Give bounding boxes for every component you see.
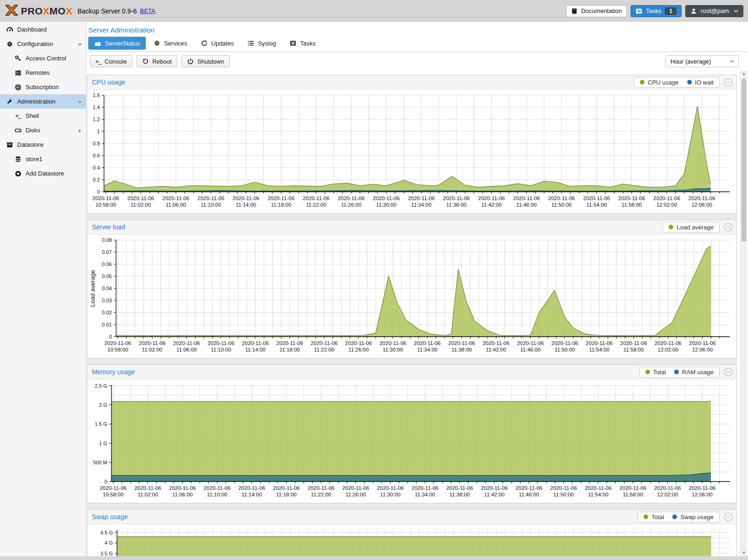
tab-updates[interactable]: Updates: [195, 37, 240, 50]
svg-text:2020-11-06: 2020-11-06: [517, 340, 544, 346]
svg-text:11:14:00: 11:14:00: [236, 202, 256, 208]
svg-text:11:10:00: 11:10:00: [211, 347, 231, 352]
shutdown-button[interactable]: Shutdown: [182, 55, 230, 67]
svg-text:2020-11-06: 2020-11-06: [204, 485, 231, 491]
rows-icon: [13, 70, 23, 76]
svg-text:2020-11-06: 2020-11-06: [548, 195, 575, 201]
sidebar-item-configuration[interactable]: Configuration: [0, 37, 86, 51]
sidebar-item-disks[interactable]: Disks: [0, 123, 86, 137]
sidebar-item-datastore[interactable]: Datastore: [0, 137, 86, 152]
legend-item-load-average[interactable]: Load average: [669, 224, 714, 231]
user-menu-button[interactable]: root@pam: [685, 5, 743, 17]
reboot-button[interactable]: Reboot: [137, 55, 177, 67]
collapse-panel-icon[interactable]: [724, 223, 733, 232]
svg-text:2020-11-06: 2020-11-06: [619, 485, 646, 491]
sidebar-item-shell[interactable]: >_Shell: [0, 109, 86, 123]
tab-syslog[interactable]: Syslog: [241, 37, 282, 50]
svg-text:2020-11-06: 2020-11-06: [303, 195, 330, 201]
tab-label: Updates: [211, 40, 234, 47]
status-toolbar: >_ Console Reboot Shutdown Hour (average…: [87, 52, 748, 71]
svg-text:1.5 G: 1.5 G: [95, 421, 107, 427]
sidebar-item-access-control[interactable]: Access Control: [0, 51, 86, 65]
legend-dot: [674, 370, 679, 374]
svg-text:2020-11-06: 2020-11-06: [311, 340, 338, 346]
legend-item-io-wait[interactable]: IO wait: [687, 79, 714, 86]
svg-text:2 G: 2 G: [99, 402, 107, 408]
panel-title: CPU usage: [92, 78, 634, 86]
svg-text:2020-11-06: 2020-11-06: [478, 195, 505, 201]
svg-text:2020-11-06: 2020-11-06: [411, 485, 438, 491]
main-content: Server Administration ServerStatusServic…: [87, 22, 748, 556]
svg-text:12:02:00: 12:02:00: [657, 347, 678, 352]
user-icon: [690, 8, 697, 14]
svg-text:11:18:00: 11:18:00: [271, 202, 291, 208]
svg-text:11:18:00: 11:18:00: [280, 347, 300, 352]
tab-serverstatus[interactable]: ServerStatus: [88, 37, 146, 50]
svg-text:12:06:00: 12:06:00: [692, 347, 713, 352]
sidebar-item-store1[interactable]: store1: [0, 152, 86, 166]
svg-text:0: 0: [109, 334, 112, 339]
sidebar-item-subscription[interactable]: Subscription: [0, 80, 86, 94]
sidebar-item-label: Subscription: [26, 84, 59, 91]
tab-tasks[interactable]: Tasks: [284, 37, 321, 50]
vertical-scrollbar[interactable]: ▲ ▼: [740, 71, 747, 556]
caret-right-icon[interactable]: [78, 128, 82, 135]
proxmox-logo: PROXMOX: [5, 4, 72, 18]
legend-item-total[interactable]: Total: [644, 514, 664, 521]
svg-text:2020-11-06: 2020-11-06: [618, 195, 645, 201]
tasks-button[interactable]: Tasks 1: [631, 5, 682, 17]
chartarea-icon: [94, 40, 101, 47]
documentation-button[interactable]: Documentation: [566, 5, 627, 17]
svg-text:2020-11-06: 2020-11-06: [134, 485, 161, 491]
svg-text:2020-11-06: 2020-11-06: [550, 485, 577, 491]
svg-text:1.4: 1.4: [93, 104, 100, 110]
scroll-down-arrow[interactable]: ▼: [741, 550, 747, 556]
proxmox-backup-app: PROXMOX Backup Server 0.9-6 BETA Documen…: [0, 0, 748, 560]
svg-text:0.01: 0.01: [102, 322, 112, 327]
caret-down-icon[interactable]: [78, 99, 82, 106]
console-label: Console: [104, 58, 127, 65]
svg-text:11:22:00: 11:22:00: [314, 347, 334, 352]
svg-text:0.03: 0.03: [102, 298, 112, 303]
scroll-up-arrow[interactable]: ▲: [741, 71, 747, 77]
panel-header-memory-usage: Memory usageTotalRAM usage: [87, 365, 736, 379]
svg-text:12:02:00: 12:02:00: [657, 492, 678, 497]
svg-text:0.05: 0.05: [102, 273, 112, 279]
svg-text:2020-11-06: 2020-11-06: [414, 340, 441, 346]
svg-text:4.5 G: 4.5 G: [100, 530, 113, 535]
legend-item-ram-usage[interactable]: RAM usage: [674, 369, 714, 376]
legend-label: Total: [651, 514, 664, 521]
collapse-panel-icon[interactable]: [724, 513, 733, 521]
sidebar-item-remotes[interactable]: Remotes: [0, 65, 86, 80]
svg-text:2020-11-06: 2020-11-06: [443, 195, 470, 201]
svg-text:11:42:00: 11:42:00: [486, 347, 506, 352]
legend-dot: [644, 514, 648, 519]
caret-down-icon[interactable]: [78, 41, 82, 48]
legend-label: CPU usage: [648, 79, 678, 86]
collapse-panel-icon[interactable]: [724, 368, 733, 377]
beta-link[interactable]: BETA: [140, 7, 156, 14]
legend-item-total[interactable]: Total: [645, 369, 666, 376]
charts-container: CPU usageCPU usageIO wait1.61.41.210.80.…: [87, 75, 737, 556]
tab-services[interactable]: Services: [148, 37, 193, 50]
console-button[interactable]: >_ Console: [90, 55, 132, 67]
legend-item-cpu-usage[interactable]: CPU usage: [640, 79, 678, 86]
svg-text:11:34:00: 11:34:00: [415, 492, 435, 497]
svg-text:11:30:00: 11:30:00: [380, 492, 401, 497]
svg-text:1.2: 1.2: [93, 117, 100, 122]
svg-text:0.07: 0.07: [102, 249, 112, 255]
svg-text:2020-11-06: 2020-11-06: [342, 485, 369, 491]
sidebar-item-dashboard[interactable]: Dashboard: [0, 22, 86, 37]
sidebar-item-add-datastore[interactable]: Add Datastore: [0, 166, 86, 181]
sidebar-item-administration[interactable]: Administration: [0, 94, 86, 109]
cpu-usage-chart: 1.61.41.210.80.60.40.202020-11-0610:58:0…: [87, 90, 736, 213]
time-range-select[interactable]: Hour (average): [665, 55, 739, 67]
svg-text:3.5 G: 3.5 G: [100, 551, 113, 556]
scrollbar-thumb[interactable]: [741, 78, 746, 242]
legend-item-swap-usage[interactable]: Swap usage: [672, 514, 714, 521]
svg-text:1.6: 1.6: [93, 92, 100, 98]
svg-text:2020-11-06: 2020-11-06: [515, 485, 542, 491]
collapse-panel-icon[interactable]: [724, 78, 733, 87]
svg-text:11:02:00: 11:02:00: [142, 347, 163, 352]
svg-text:0: 0: [104, 479, 107, 484]
